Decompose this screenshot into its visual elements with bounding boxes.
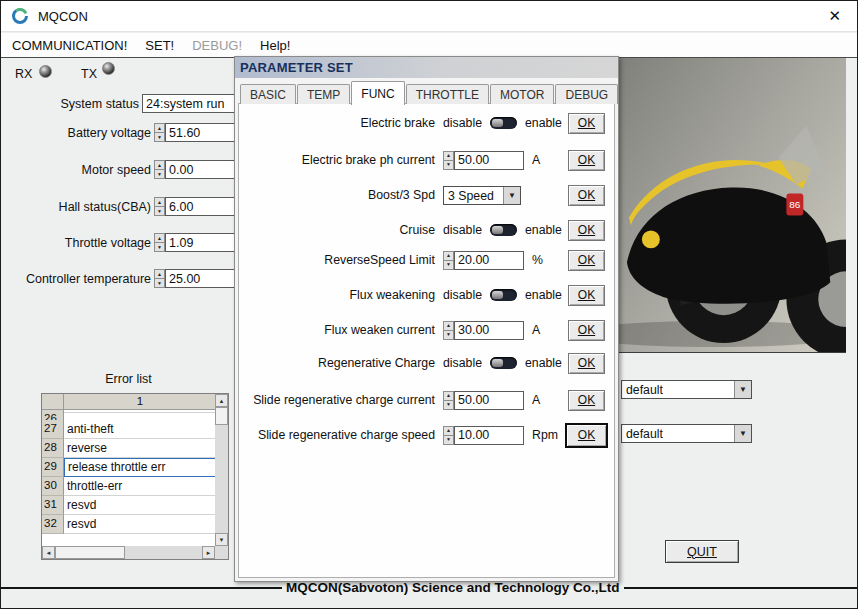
scroll-down-icon[interactable]: ▼ <box>215 533 228 546</box>
ok-button[interactable]: OK <box>568 220 605 241</box>
spin-down-icon[interactable]: ▼ <box>443 161 454 170</box>
profile-dropdown-2[interactable]: default ▼ <box>621 424 752 443</box>
spin-down-icon[interactable]: ▼ <box>443 261 454 270</box>
scroll-up-icon[interactable]: ▲ <box>215 394 228 407</box>
tab-debug[interactable]: DEBUG <box>555 84 618 104</box>
ok-button[interactable]: OK <box>568 390 605 411</box>
spin-up-icon[interactable]: ▲ <box>154 269 165 279</box>
throttle-voltage-input[interactable] <box>165 233 235 252</box>
spin-up-icon[interactable]: ▲ <box>443 426 454 436</box>
battery-voltage-row: Battery voltage ▲ ▼ <box>1 123 235 142</box>
flux-weaken-current-row: Flux weaken current ▲ ▼ A OK <box>240 318 615 342</box>
row-text: resvd <box>64 496 216 515</box>
spin-up-icon[interactable]: ▲ <box>154 197 165 207</box>
ok-button[interactable]: OK <box>568 150 605 171</box>
table-row[interactable]: 28 reverse <box>42 439 228 458</box>
spin-down-icon[interactable]: ▼ <box>154 133 165 142</box>
row-text: throttle-err <box>64 477 216 496</box>
unit-label: A <box>532 323 540 337</box>
menu-communication[interactable]: COMMUNICATION! <box>3 35 136 56</box>
controller-temperature-label: Controller temperature <box>1 272 151 286</box>
disable-label: disable <box>443 356 482 370</box>
regenerative-charge-row: Regenerative Charge disable enable OK <box>240 351 615 375</box>
ok-label: OK <box>578 428 595 442</box>
spin-down-icon[interactable]: ▼ <box>443 331 454 340</box>
close-icon[interactable]: ✕ <box>828 8 841 23</box>
ok-button[interactable]: OK <box>568 353 605 374</box>
boost-mode-dropdown[interactable]: 3 Speed ▼ <box>443 186 521 205</box>
spin-down-icon[interactable]: ▼ <box>443 401 454 410</box>
motor-speed-spinner: ▲ ▼ <box>154 160 235 179</box>
horizontal-scrollbar[interactable]: ◄ ► <box>42 546 215 559</box>
quit-button[interactable]: QUIT <box>665 540 739 563</box>
spin-up-icon[interactable]: ▲ <box>443 391 454 401</box>
electric-brake-current-input[interactable] <box>454 151 524 170</box>
row-number: 29 <box>42 458 64 477</box>
menu-help[interactable]: Help! <box>251 35 299 56</box>
tab-temp[interactable]: TEMP <box>297 84 350 104</box>
vertical-scroll-thumb[interactable] <box>215 407 228 425</box>
hall-status-input[interactable] <box>165 197 235 216</box>
row-number: 28 <box>42 439 64 458</box>
tab-motor[interactable]: MOTOR <box>490 84 554 104</box>
chevron-down-icon[interactable]: ▼ <box>503 187 520 204</box>
scroll-left-icon[interactable]: ◄ <box>42 546 55 559</box>
spin-up-icon[interactable]: ▲ <box>154 233 165 243</box>
menu-set[interactable]: SET! <box>136 35 183 56</box>
controller-temperature-input[interactable] <box>165 269 235 288</box>
battery-voltage-input[interactable] <box>165 123 235 142</box>
vertical-scrollbar[interactable]: ▲ ▼ <box>215 394 228 546</box>
row-number: 27 <box>42 420 64 439</box>
spin-up-icon[interactable]: ▲ <box>443 321 454 331</box>
table-row[interactable]: 30 throttle-err <box>42 477 228 496</box>
table-row[interactable]: 26 <box>42 410 228 420</box>
error-table-header: 1 <box>42 394 228 410</box>
cruise-toggle[interactable] <box>490 224 517 236</box>
flux-weaken-current-input[interactable] <box>454 321 524 340</box>
spin-up-icon[interactable]: ▲ <box>443 151 454 161</box>
ok-button[interactable]: OK <box>568 285 605 306</box>
regenerative-charge-toggle[interactable] <box>490 357 517 369</box>
table-row[interactable]: 31 resvd <box>42 496 228 515</box>
spin-down-icon[interactable]: ▼ <box>443 436 454 445</box>
param-label: Regenerative Charge <box>240 356 435 370</box>
table-row[interactable]: 32 resvd <box>42 515 228 534</box>
ok-button[interactable]: OK <box>568 320 605 341</box>
table-row-selected[interactable]: 29 release throttle err <box>42 458 228 477</box>
ok-button-default[interactable]: OK <box>565 423 608 448</box>
ok-button[interactable]: OK <box>568 113 605 134</box>
motor-speed-input[interactable] <box>165 160 235 179</box>
row-text-editing[interactable]: release throttle err <box>64 458 216 477</box>
spin-down-icon[interactable]: ▼ <box>154 170 165 179</box>
enable-label: enable <box>525 288 562 302</box>
spin-up-icon[interactable]: ▲ <box>154 160 165 170</box>
spin-down-icon[interactable]: ▼ <box>154 279 165 288</box>
ok-button[interactable]: OK <box>568 185 605 206</box>
row-text <box>64 410 216 413</box>
electric-brake-toggle[interactable] <box>490 117 517 129</box>
tab-basic[interactable]: BASIC <box>240 84 296 104</box>
reverse-speed-limit-input[interactable] <box>454 251 524 270</box>
spin-down-icon[interactable]: ▼ <box>154 207 165 216</box>
dropdown-value: default <box>622 425 734 442</box>
scroll-right-icon[interactable]: ► <box>202 546 215 559</box>
param-label: Electric brake ph current <box>240 153 435 167</box>
profile-dropdown-1[interactable]: default ▼ <box>621 380 752 399</box>
flux-weakening-toggle[interactable] <box>490 289 517 301</box>
table-row[interactable]: 27 anti-theft <box>42 420 228 439</box>
unit-label: % <box>532 253 543 267</box>
slide-regen-speed-input[interactable] <box>454 426 524 445</box>
spin-down-icon[interactable]: ▼ <box>154 243 165 252</box>
chevron-down-icon[interactable]: ▼ <box>734 425 751 442</box>
ok-button[interactable]: OK <box>568 250 605 271</box>
cruise-row: Cruise disable enable OK <box>240 218 615 242</box>
chevron-down-icon[interactable]: ▼ <box>734 381 751 398</box>
company-name: MQCON(Sabvoton) Science and Technology C… <box>282 580 624 595</box>
spin-up-icon[interactable]: ▲ <box>443 251 454 261</box>
slide-regen-current-input[interactable] <box>454 391 524 410</box>
horizontal-scroll-thumb[interactable] <box>55 546 125 559</box>
footer-divider-right <box>624 587 857 589</box>
tab-func[interactable]: FUNC <box>351 81 404 105</box>
spin-up-icon[interactable]: ▲ <box>154 123 165 133</box>
tab-throttle[interactable]: THROTTLE <box>406 84 489 104</box>
